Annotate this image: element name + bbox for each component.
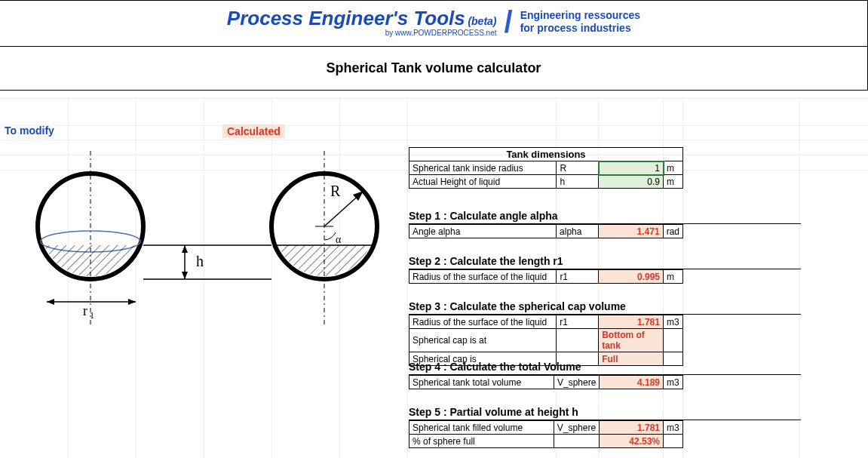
- table-row: Spherical tank filled volumeV_sphere1.78…: [409, 421, 683, 435]
- dim-label: Actual Height of liquid: [409, 175, 557, 189]
- tagline-line2: for process industries: [520, 22, 641, 35]
- row-value: Bottom of tank: [599, 329, 664, 352]
- row-label: Radius of the surface of the liquid: [409, 270, 557, 284]
- table-row: Spherical tank inside radius R 1 m: [409, 161, 683, 175]
- row-value: 42.53%: [600, 435, 664, 448]
- svg-marker-9: [128, 299, 136, 305]
- table-row: Angle alphaalpha1.471rad: [409, 225, 683, 238]
- tank-dimensions: Tank dimensions Spherical tank inside ra…: [409, 147, 801, 189]
- dimensions-header: Tank dimensions: [409, 147, 683, 161]
- label-r1: r: [83, 303, 87, 318]
- brand-beta: (beta): [468, 15, 496, 27]
- row-unit: m3: [664, 376, 683, 389]
- row-sym: [554, 435, 599, 448]
- row-unit: m3: [664, 421, 683, 435]
- row-value: 0.995: [599, 270, 664, 284]
- header-band: Process Engineer's Tools (beta) by www.P…: [0, 0, 868, 47]
- brand-title: Process Engineer's Tools: [227, 7, 465, 29]
- row-label: Spherical cap is at: [409, 329, 557, 352]
- step-section: Step 4 : Calculate the total VolumeSpher…: [409, 359, 801, 389]
- step-title: Step 4 : Calculate the total Volume: [409, 359, 801, 375]
- step-title: Step 2 : Calculate the length r1: [409, 254, 801, 269]
- dim-sym: h: [557, 175, 599, 189]
- row-unit: rad: [663, 225, 682, 238]
- step-title: Step 1 : Calculate angle alpha: [409, 208, 801, 224]
- tagline-line1: Engineering ressources: [520, 9, 641, 23]
- row-sym: V_sphere: [554, 421, 599, 435]
- table-row: Spherical tank total volumeV_sphere4.189…: [409, 376, 683, 389]
- row-label: Angle alpha: [409, 225, 557, 238]
- row-unit: [663, 329, 682, 352]
- legend-to-modify: To modify: [5, 124, 54, 137]
- dim-label: Spherical tank inside radius: [409, 161, 557, 175]
- row-unit: [664, 435, 683, 448]
- tagline: Engineering ressources for process indus…: [520, 9, 641, 35]
- row-sym: r1: [557, 315, 599, 329]
- table-row: Actual Height of liquid h 0.9 m: [409, 175, 683, 189]
- dim-sym: R: [557, 161, 599, 175]
- row-sym: V_sphere: [554, 376, 600, 389]
- step-title: Step 3 : Calculate the spherical cap vol…: [409, 299, 801, 315]
- row-unit: m: [664, 270, 683, 284]
- svg-marker-14: [182, 272, 188, 279]
- legend-calculated: Calculated: [222, 124, 285, 138]
- row-label: % of sphere full: [409, 435, 554, 448]
- table-row: Radius of the surface of the liquidr11.7…: [409, 315, 683, 329]
- dim-unit: m: [664, 161, 683, 175]
- label-r1-sub: 1: [90, 310, 94, 321]
- page-title: Spherical Tank volume calculator: [0, 47, 868, 91]
- tank-diagram: r 1 h R α: [15, 151, 407, 324]
- row-unit: m3: [663, 315, 682, 329]
- row-label: Radius of the surface of the liquid: [409, 315, 557, 329]
- svg-marker-8: [47, 299, 54, 305]
- brand-subtitle: by www.POWDERPROCESS.net: [227, 29, 497, 37]
- step-section: Step 2 : Calculate the length r1Radius o…: [409, 254, 801, 284]
- table-row: % of sphere full42.53%: [409, 435, 683, 448]
- table-row: Spherical cap is atBottom of tank: [409, 329, 683, 352]
- row-label: Spherical tank filled volume: [409, 421, 554, 435]
- row-sym: [557, 329, 599, 352]
- label-R: R: [330, 183, 341, 199]
- step-section: Step 1 : Calculate angle alphaAngle alph…: [409, 208, 801, 238]
- step-title: Step 5 : Partial volume at height h: [409, 404, 801, 420]
- input-radius[interactable]: 1: [599, 161, 664, 175]
- row-value: 1.781: [600, 421, 664, 435]
- slash-divider: /: [505, 10, 513, 34]
- row-value: 1.781: [599, 315, 664, 329]
- table-row: Radius of the surface of the liquidr10.9…: [409, 270, 683, 284]
- row-label: Spherical tank total volume: [409, 376, 554, 389]
- dim-unit: m: [664, 175, 683, 189]
- label-alpha: α: [336, 234, 342, 245]
- step-section: Step 3 : Calculate the spherical cap vol…: [409, 299, 801, 366]
- row-value: 4.189: [600, 376, 664, 389]
- input-height[interactable]: 0.9: [599, 175, 664, 189]
- row-sym: alpha: [557, 225, 599, 238]
- row-value: 1.471: [598, 225, 663, 238]
- row-sym: r1: [557, 270, 599, 284]
- step-section: Step 5 : Partial volume at height hSpher…: [409, 404, 801, 448]
- label-h: h: [196, 253, 204, 269]
- svg-marker-13: [182, 245, 188, 253]
